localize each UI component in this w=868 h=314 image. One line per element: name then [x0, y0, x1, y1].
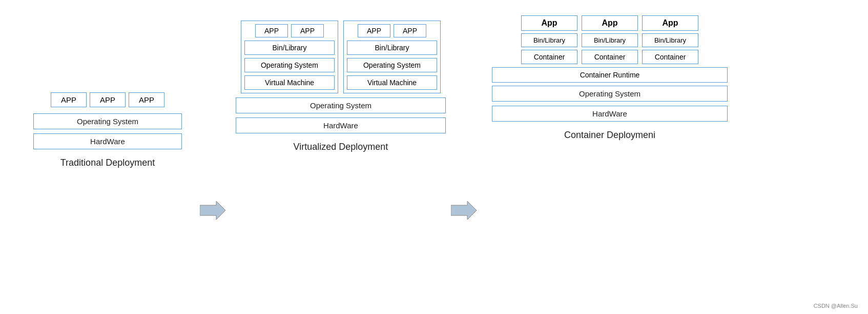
- virt-hw-box: HardWare: [236, 117, 446, 133]
- vm1-app-2: APP: [291, 24, 324, 37]
- vm2-app-1: APP: [358, 24, 390, 37]
- vm1-vm: Virtual Machine: [244, 75, 335, 90]
- cont-app-2: App: [582, 15, 638, 31]
- trad-hw-box: HardWare: [33, 133, 182, 149]
- cont-bin-1: Bin/Library: [521, 33, 577, 47]
- virt-vms-row: APP APP Bin/Library Operating System Vir…: [231, 21, 451, 93]
- cont-bin-2: Bin/Library: [582, 33, 638, 47]
- cont-stack-2: App Bin/Library Container: [582, 15, 638, 64]
- cont-hw-box: HardWare: [492, 106, 728, 122]
- diagram-container: APP APP APP Operating System HardWare Tr…: [0, 0, 868, 314]
- virt-label: Virtualized Deployment: [294, 142, 388, 152]
- container-column: App Bin/Library Container App Bin/Librar…: [482, 10, 738, 141]
- vm2-app-2: APP: [394, 24, 426, 37]
- cont-container-1: Container: [521, 50, 577, 64]
- cont-container-3: Container: [642, 50, 698, 64]
- vm-box-1: APP APP Bin/Library Operating System Vir…: [241, 21, 338, 93]
- vm1-app-1: APP: [255, 24, 288, 37]
- watermark-text: CSDN @Allen.Su: [814, 303, 858, 309]
- vm2-os: Operating System: [347, 58, 437, 72]
- trad-os-box: Operating System: [33, 113, 182, 129]
- trad-app-2: APP: [90, 92, 126, 107]
- container-stacks-row: App Bin/Library Container App Bin/Librar…: [482, 15, 738, 64]
- trad-apps-row: APP APP APP: [51, 92, 164, 107]
- arrow-1-svg: [200, 200, 225, 221]
- cont-label: Container Deploymeni: [564, 130, 655, 141]
- svg-marker-1: [451, 201, 477, 220]
- vm1-binlib: Bin/Library: [244, 41, 335, 55]
- trad-label: Traditional Deployment: [60, 158, 155, 168]
- arrow-1: [200, 10, 231, 221]
- cont-app-3: App: [642, 15, 698, 31]
- traditional-column: APP APP APP Operating System HardWare Tr…: [15, 10, 200, 168]
- cont-app-1: App: [521, 15, 577, 31]
- cont-os-box: Operating System: [492, 86, 728, 102]
- vm2-vm: Virtual Machine: [347, 75, 437, 90]
- cont-runtime-box: Container Runtime: [492, 67, 728, 83]
- cont-bin-3: Bin/Library: [642, 33, 698, 47]
- svg-marker-0: [200, 201, 225, 220]
- vm1-os: Operating System: [244, 58, 335, 72]
- cont-stack-1: App Bin/Library Container: [521, 15, 577, 64]
- arrow-2: [451, 10, 482, 221]
- trad-app-1: APP: [51, 92, 87, 107]
- vm2-binlib: Bin/Library: [347, 41, 437, 55]
- vm2-apps: APP APP: [347, 24, 437, 37]
- cont-stack-3: App Bin/Library Container: [642, 15, 698, 64]
- arrow-2-svg: [451, 200, 477, 221]
- cont-container-2: Container: [582, 50, 638, 64]
- trad-app-3: APP: [129, 92, 164, 107]
- vm-box-2: APP APP Bin/Library Operating System Vir…: [343, 21, 441, 93]
- vm1-apps: APP APP: [244, 24, 335, 37]
- virtualized-column: APP APP Bin/Library Operating System Vir…: [231, 10, 451, 152]
- virt-os-box: Operating System: [236, 97, 446, 113]
